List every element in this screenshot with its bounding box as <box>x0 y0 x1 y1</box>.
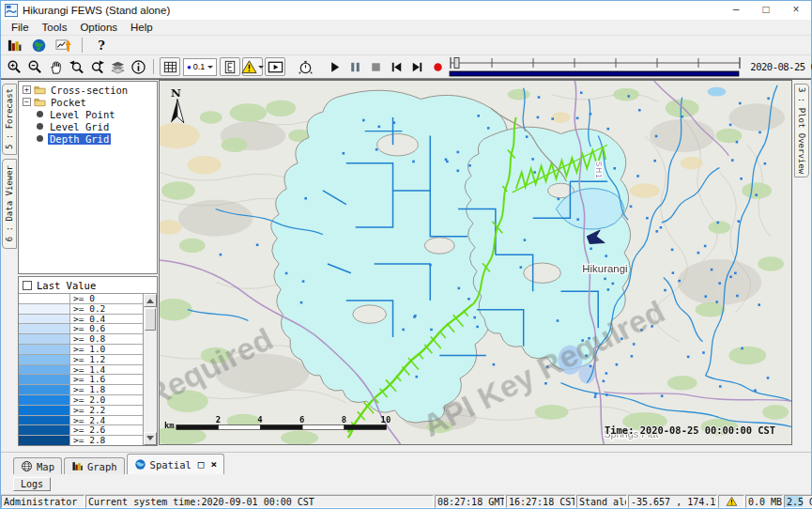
logs-button[interactable]: Logs <box>13 477 51 491</box>
status-alerts[interactable] <box>718 495 744 508</box>
globe-blue-icon <box>134 458 146 470</box>
pan-icon[interactable] <box>45 57 66 76</box>
globe-icon[interactable] <box>28 36 49 54</box>
legend-color-swatch <box>19 436 70 445</box>
tree-expander[interactable]: − <box>23 98 31 106</box>
panel-tab-viewer[interactable]: 6 : Data Viewer <box>2 159 17 249</box>
last-value-checkbox[interactable] <box>23 281 32 290</box>
legend-scrollbar[interactable] <box>143 294 157 445</box>
zoom-next-icon <box>89 59 105 75</box>
zoom-in-icon[interactable] <box>4 57 24 76</box>
tree-expander[interactable]: + <box>23 85 31 94</box>
scrollbar-thumb[interactable] <box>145 308 156 331</box>
layers-icon[interactable] <box>107 57 128 76</box>
profile-icon <box>222 59 238 75</box>
layer-tree: +Cross-section−PocketLevel PointLevel Gr… <box>18 81 158 274</box>
chart-arrow-icon[interactable] <box>53 36 73 54</box>
legend-row[interactable]: >= 0.2 <box>19 304 143 315</box>
panel-tab-forecast[interactable]: 5 : Forecast <box>2 84 17 155</box>
tab-graph[interactable]: Graph <box>64 457 125 474</box>
node-dot-icon <box>37 123 43 130</box>
info-icon[interactable] <box>128 57 148 76</box>
legend-color-swatch <box>19 345 70 354</box>
status-system-time: Current system time:2020-09-01 00:00 CST <box>85 495 434 508</box>
tree-item-depth-grid[interactable]: Depth Grid <box>19 132 157 145</box>
legend-color-swatch <box>19 315 70 324</box>
minimize-button[interactable]: – <box>721 1 751 20</box>
tree-item-level-point[interactable]: Level Point <box>19 108 157 120</box>
panel-tab-plot-overview[interactable]: 3 : Plot Overview <box>794 84 809 177</box>
legend-color-swatch <box>19 416 70 425</box>
help-icon[interactable]: ? <box>91 36 112 54</box>
tree-item-level-grid[interactable]: Level Grid <box>19 120 157 132</box>
scroll-down-button[interactable] <box>144 432 157 445</box>
left-tab-strip: 5 : Forecast6 : Data Viewer <box>1 80 18 452</box>
scroll-up-button[interactable] <box>144 294 157 307</box>
time-slider[interactable] <box>448 55 745 78</box>
play-icon[interactable] <box>324 57 345 76</box>
zoom-previous-icon[interactable] <box>66 57 86 76</box>
tab-map[interactable]: Map <box>13 457 62 474</box>
zoom-out-icon[interactable] <box>24 57 45 76</box>
bar-chart-icon[interactable] <box>4 36 24 54</box>
legend-header: Last Value <box>19 277 157 293</box>
map-time-label: Time: 2020-08-25 00:00:00 CST <box>605 424 775 436</box>
stop-icon <box>368 59 384 75</box>
legend-color-swatch <box>19 334 70 344</box>
pan-icon <box>48 59 64 75</box>
status-mode: Stand alone <box>576 495 627 508</box>
svg-text:Hikurangi: Hikurangi <box>582 263 627 274</box>
step-forward-icon[interactable] <box>406 57 427 76</box>
time-slider-thumb[interactable] <box>454 58 459 69</box>
zoom-previous-icon <box>69 59 84 75</box>
tab-spatial[interactable]: Spatial□× <box>127 454 225 474</box>
legend-color-swatch <box>19 375 70 384</box>
folder-icon <box>34 85 46 95</box>
svg-text:10: 10 <box>381 415 391 424</box>
legend-row[interactable]: >= 1.2 <box>19 355 143 365</box>
tab-restore-button[interactable]: □ <box>198 458 205 470</box>
legend-row[interactable]: >= 2.8 <box>19 436 143 445</box>
profile-icon[interactable] <box>220 57 240 76</box>
timer-icon[interactable] <box>295 57 315 76</box>
warning-icon[interactable] <box>242 57 263 76</box>
tab-close-button[interactable]: × <box>210 458 217 470</box>
stop-icon[interactable] <box>365 57 386 76</box>
legend-panel: Last Value >= 0>= 0.2>= 0.4>= 0.6>= 0.8>… <box>18 276 158 446</box>
status-gmt-time: 08:27:18 GMT <box>435 495 505 508</box>
play-icon <box>327 59 343 75</box>
menu-tools[interactable]: Tools <box>36 21 74 34</box>
svg-text:SH1: SH1 <box>594 162 604 179</box>
step-back-icon <box>389 59 405 75</box>
app-logo-icon <box>5 4 18 17</box>
menu-options[interactable]: Options <box>73 21 124 34</box>
main-area: 5 : Forecast6 : Data Viewer +Cross-secti… <box>1 79 811 452</box>
grid-icon[interactable] <box>160 57 180 76</box>
zoom-next-icon[interactable] <box>86 57 107 76</box>
record-icon <box>430 59 446 75</box>
node-dot-icon <box>37 111 43 117</box>
threshold-combo[interactable]: ●0.1 <box>183 58 217 76</box>
threshold-value: 0.1 <box>193 62 206 71</box>
legend-row[interactable]: >= 2.2 <box>19 406 143 416</box>
grid-icon <box>162 59 178 75</box>
movie-icon[interactable] <box>265 57 285 76</box>
status-user: Administrator <box>1 495 84 508</box>
menu-file[interactable]: File <box>5 21 36 34</box>
toolbar-separator <box>82 38 83 53</box>
tree-item-pocket[interactable]: −Pocket <box>19 96 157 108</box>
timeline-progress-bar <box>450 71 739 76</box>
step-back-icon[interactable] <box>386 57 406 76</box>
tree-item-cross-section[interactable]: +Cross-section <box>19 84 157 96</box>
globe-outline-icon <box>21 460 33 472</box>
pause-icon[interactable] <box>345 57 365 76</box>
scrollbar-track[interactable] <box>144 307 157 432</box>
movie-icon <box>268 59 283 75</box>
map-viewport[interactable]: API Key Required API Key Required Hikura… <box>159 80 792 445</box>
maximize-button[interactable]: □ <box>751 1 781 20</box>
status-bar: AdministratorCurrent system time:2020-09… <box>1 494 811 508</box>
record-icon[interactable] <box>427 57 448 76</box>
dropdown-arrow-icon <box>207 66 213 71</box>
close-button[interactable]: × <box>781 1 811 20</box>
menu-help[interactable]: Help <box>124 21 160 34</box>
